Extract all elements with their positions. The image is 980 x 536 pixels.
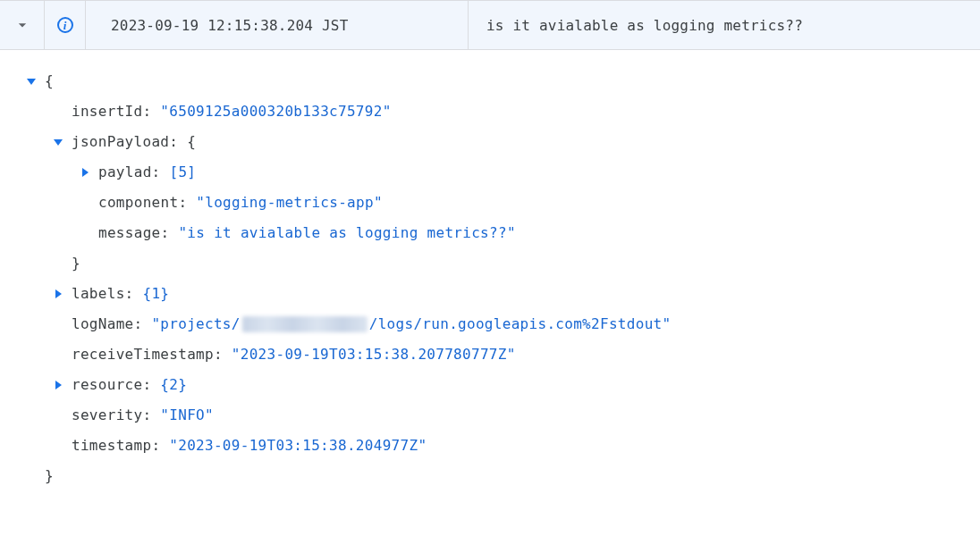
json-value: {2}	[160, 370, 187, 400]
json-value: "is it avialable as logging metrics??"	[178, 218, 515, 248]
json-key: insertId:	[72, 96, 151, 127]
json-value: {1}	[142, 279, 169, 309]
json-viewer: { insertId: "6509125a000320b133c75792" j…	[0, 50, 980, 491]
tree-toggle[interactable]	[45, 289, 72, 298]
severity-cell[interactable]: i	[45, 1, 86, 49]
json-value: [5]	[169, 157, 196, 188]
json-root-open[interactable]: {	[18, 66, 980, 96]
timestamp-text: 2023-09-19 12:15:38.204 JST	[111, 17, 349, 34]
json-key: message:	[98, 218, 169, 248]
json-key: paylad:	[98, 157, 161, 188]
json-value: "6509125a000320b133c75792"	[160, 96, 391, 127]
tree-toggle[interactable]	[45, 138, 72, 147]
brace-close: }	[72, 248, 80, 279]
json-field-labels[interactable]: labels: {1}	[18, 279, 980, 309]
json-field-logname[interactable]: logName: "projects//logs/run.googleapis.…	[18, 309, 980, 339]
json-field-timestamp[interactable]: timestamp: "2023-09-19T03:15:38.204977Z"	[18, 431, 980, 461]
json-key: resource:	[72, 370, 151, 400]
json-field-severity[interactable]: severity: "INFO"	[18, 400, 980, 431]
log-entry-row[interactable]: i 2023-09-19 12:15:38.204 JST is it avia…	[0, 0, 980, 50]
json-key: labels:	[72, 279, 134, 309]
json-key: receiveTimestamp:	[72, 339, 223, 370]
json-field-message[interactable]: message: "is it avialable as logging met…	[18, 218, 980, 248]
tree-toggle[interactable]	[18, 77, 45, 86]
message-cell: is it avialable as logging metrics??	[469, 1, 980, 49]
json-field-jsonpayload[interactable]: jsonPayload: {	[18, 127, 980, 157]
info-icon: i	[57, 17, 73, 33]
json-jsonpayload-close: }	[18, 248, 980, 279]
brace-open: {	[187, 127, 196, 157]
json-key: severity:	[72, 400, 151, 431]
tree-toggle[interactable]	[72, 168, 98, 177]
json-field-component[interactable]: component: "logging-metrics-app"	[18, 188, 980, 218]
tree-toggle[interactable]	[45, 381, 72, 389]
json-field-insertid[interactable]: insertId: "6509125a000320b133c75792"	[18, 96, 980, 127]
json-value: "2023-09-19T03:15:38.204977Z"	[169, 431, 427, 461]
timestamp-cell: 2023-09-19 12:15:38.204 JST	[86, 1, 469, 49]
json-field-resource[interactable]: resource: {2}	[18, 370, 980, 400]
json-key: jsonPayload:	[72, 127, 178, 157]
brace-open: {	[45, 66, 54, 96]
json-value-suffix: /logs/run.googleapis.com%2Fstdout"	[369, 309, 672, 339]
json-root-close: }	[18, 461, 980, 491]
json-key: logName:	[72, 309, 142, 339]
json-value-prefix: "projects/	[151, 309, 240, 339]
json-field-paylad[interactable]: paylad: [5]	[18, 157, 980, 188]
expand-cell[interactable]	[0, 1, 45, 49]
json-value: "logging-metrics-app"	[196, 188, 383, 218]
brace-close: }	[45, 461, 54, 491]
chevron-down-icon	[13, 16, 31, 34]
json-key: timestamp:	[72, 431, 160, 461]
redacted-text	[242, 316, 368, 332]
json-key: component:	[98, 188, 187, 218]
json-field-receivetimestamp[interactable]: receiveTimestamp: "2023-09-19T03:15:38.2…	[18, 339, 980, 370]
json-value: "INFO"	[160, 400, 214, 431]
message-text: is it avialable as logging metrics??	[486, 17, 803, 34]
json-value: "2023-09-19T03:15:38.207780777Z"	[232, 339, 516, 370]
